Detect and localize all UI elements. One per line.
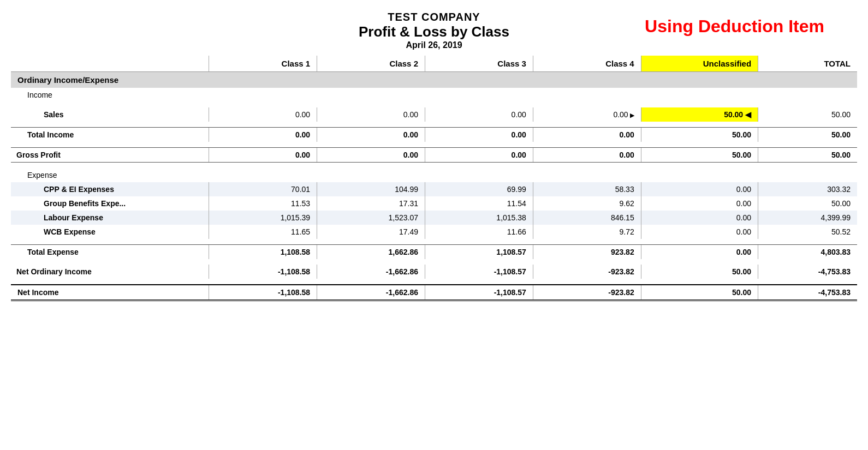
col-header-class3: Class 3 [425,56,533,72]
row-sales: Sales 0.00 0.00 0.00 0.00 50.00 ◀ 50.00 [11,107,857,122]
sales-unclassified-highlight: 50.00 ◀ [641,107,758,122]
col-header-unclassified: Unclassified [641,56,758,72]
row-wcb: WCB Expense 11.65 17.49 11.66 9.72 0.00 … [11,225,857,239]
spacer-1 [11,102,857,107]
sub-header-expense: Expense [11,168,857,182]
spacer-4 [11,163,857,169]
col-header-class2: Class 2 [317,56,425,72]
col-header-total: TOTAL [758,56,857,72]
col-header-class1: Class 1 [209,56,317,72]
spacer-7 [11,279,857,285]
row-gross-profit: Gross Profit 0.00 0.00 0.00 0.00 50.00 5… [11,148,857,163]
row-group-benefits: Group Benefits Expe... 11.53 17.31 11.54… [11,196,857,211]
spacer-3 [11,142,857,148]
deduction-label: Using Deduction Item [645,16,824,37]
row-total-expense: Total Expense 1,108.58 1,662.86 1,108.57… [11,245,857,260]
row-net-income: Net Income -1,108.58 -1,662.86 -1,108.57… [11,285,857,301]
row-labour: Labour Expense 1,015.39 1,523.07 1,015.3… [11,211,857,225]
row-total-income: Total Income 0.00 0.00 0.00 0.00 50.00 5… [11,128,857,142]
section-ordinary-income: Ordinary Income/Expense [11,72,857,88]
spacer-2 [11,122,857,128]
report-header: TEST COMPANY Profit & Loss by Class Apri… [11,11,857,50]
report-date: April 26, 2019 [11,40,857,50]
spacer-6 [11,259,857,265]
profit-loss-table: Class 1 Class 2 Class 3 Class 4 Unclassi… [11,56,857,301]
sub-header-income: Income [11,88,857,102]
col-header-label [11,56,209,72]
row-cpp-ei: CPP & EI Expenses 70.01 104.99 69.99 58.… [11,182,857,196]
col-header-class4: Class 4 [533,56,641,72]
row-net-ordinary-income: Net Ordinary Income -1,108.58 -1,662.86 … [11,265,857,279]
spacer-5 [11,239,857,245]
